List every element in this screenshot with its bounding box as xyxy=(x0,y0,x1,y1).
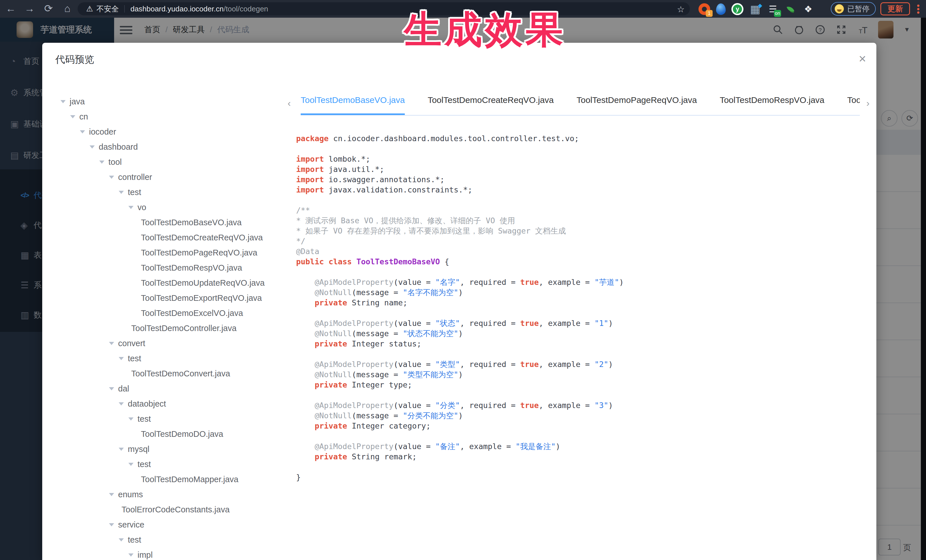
code-token-str: "分类" xyxy=(435,401,460,410)
tree-folder[interactable]: java xyxy=(42,94,285,109)
code-token-pl xyxy=(296,421,315,430)
tree-folder[interactable]: test xyxy=(42,185,285,200)
tree-folder[interactable]: test xyxy=(42,411,285,427)
code-token-pl: (message = xyxy=(352,288,403,297)
tree-folder[interactable]: dataobject xyxy=(42,396,285,411)
tree-folder[interactable]: test xyxy=(42,457,285,472)
code-token-pl: (value = xyxy=(393,360,435,369)
extension-badge: 1 xyxy=(706,10,713,17)
tab-ToolTe[interactable]: ToolTe xyxy=(847,91,860,115)
tree-file[interactable]: ToolTestDemoPageReqVO.java xyxy=(42,245,285,260)
code-line: */ xyxy=(296,236,868,246)
drop-extension-icon[interactable] xyxy=(716,3,726,15)
tree-file[interactable]: ToolTestDemoController.java xyxy=(42,321,285,336)
tree-folder[interactable]: test xyxy=(42,532,285,548)
tree-folder[interactable]: mysql xyxy=(42,442,285,457)
code-token-str: "名字不能为空" xyxy=(403,288,458,297)
list-extension-icon[interactable]: ☰on xyxy=(767,3,779,15)
tab-scroll-right-icon[interactable]: › xyxy=(866,98,870,109)
file-tree: javacniocoderdashboardtoolcontrollertest… xyxy=(42,94,285,560)
tab-ToolTestDemoCreateReqVO.java[interactable]: ToolTestDemoCreateReqVO.java xyxy=(428,91,554,115)
tree-node-label: ToolTestDemoExportReqVO.java xyxy=(141,293,262,303)
code-token-pl: ) xyxy=(458,288,463,297)
code-token-pl: ) xyxy=(556,442,560,451)
tree-file[interactable]: ToolTestDemoCreateReqVO.java xyxy=(42,230,285,245)
tree-folder[interactable]: vo xyxy=(42,200,285,215)
browser-home-button[interactable]: ⌂ xyxy=(59,0,75,18)
tree-file[interactable]: ToolTestDemoMapper.java xyxy=(42,472,285,487)
tree-folder[interactable]: dashboard xyxy=(42,139,285,154)
code-line: @NotNull(message = "状态不能为空") xyxy=(296,329,868,339)
code-token-cmt: /** xyxy=(296,206,310,215)
puzzle-extension-icon[interactable]: ❖ xyxy=(802,3,814,15)
code-token-pl: java.util.*; xyxy=(324,165,384,174)
code-token-str: "我是备注" xyxy=(516,442,556,451)
ubuntu-extension-icon[interactable]: 1 xyxy=(698,3,710,15)
tree-node-label: cn xyxy=(79,112,88,121)
tab-ToolTestDemoPageReqVO.java[interactable]: ToolTestDemoPageReqVO.java xyxy=(576,91,697,115)
tree-folder[interactable]: dal xyxy=(42,381,285,396)
paused-extension-pill[interactable]: 已暂停 xyxy=(831,2,876,16)
code-token-str: "2" xyxy=(595,360,608,369)
code-token-ann: @ApiModelProperty xyxy=(315,319,393,328)
tree-file[interactable]: ToolTestDemoRespVO.java xyxy=(42,260,285,275)
code-token-ann: @ApiModelProperty xyxy=(315,278,393,287)
tree-file[interactable]: ToolTestDemoExportReqVO.java xyxy=(42,291,285,306)
tree-folder[interactable]: tool xyxy=(42,154,285,170)
tree-folder[interactable]: cn xyxy=(42,109,285,124)
code-token-kw: public class xyxy=(296,257,352,266)
code-viewer[interactable]: package cn.iocoder.dashboard.modules.too… xyxy=(296,133,868,560)
browser-update-button[interactable]: 更新 xyxy=(881,2,910,15)
code-token-pl: (message = xyxy=(352,411,403,420)
caret-down-icon xyxy=(119,538,124,542)
code-token-kw: true xyxy=(520,360,539,369)
tree-folder[interactable]: service xyxy=(42,517,285,532)
tree-node-label: ToolTestDemoController.java xyxy=(131,324,236,333)
browser-reload-button[interactable]: ⟳ xyxy=(41,0,56,18)
code-token-kw: package xyxy=(296,134,328,143)
tree-folder[interactable]: controller xyxy=(42,170,285,185)
tree-node-label: ToolTestDemoUpdateReqVO.java xyxy=(141,278,265,288)
code-token-ann: @ApiModelProperty xyxy=(315,401,393,410)
tree-folder[interactable]: enums xyxy=(42,487,285,502)
tree-folder[interactable]: iocoder xyxy=(42,124,285,139)
extensions-tray: 1y▦◆☰on❖ xyxy=(698,3,814,15)
url-path: /tool/codegen xyxy=(224,5,268,14)
code-token-kw: import xyxy=(296,175,324,184)
tab-ToolTestDemoBaseVO.java[interactable]: ToolTestDemoBaseVO.java xyxy=(301,91,405,115)
code-token-pl: (message = xyxy=(352,370,403,379)
code-token-pl: (value = xyxy=(393,442,435,451)
bookmark-star-icon[interactable]: ☆ xyxy=(677,4,685,14)
browser-forward-button[interactable]: → xyxy=(22,0,38,18)
annotation-text: 生成效果 xyxy=(382,5,588,55)
code-token-pl xyxy=(296,442,315,451)
code-token-str: "类型" xyxy=(435,360,460,369)
tree-folder[interactable]: test xyxy=(42,351,285,366)
tree-file[interactable]: ToolTestDemoExcelVO.java xyxy=(42,306,285,321)
tree-file[interactable]: ToolTestDemoUpdateReqVO.java xyxy=(42,275,285,291)
tree-file[interactable]: ToolTestDemoBaseVO.java xyxy=(42,215,285,230)
code-token-ann: @NotNull xyxy=(315,370,352,379)
tab-ToolTestDemoRespVO.java[interactable]: ToolTestDemoRespVO.java xyxy=(720,91,825,115)
grid-extension-icon[interactable]: ▦◆ xyxy=(749,3,761,15)
caret-down-icon xyxy=(99,160,104,164)
tree-file[interactable]: ToolTestDemoConvert.java xyxy=(42,366,285,381)
tree-node-label: convert xyxy=(118,339,145,348)
close-icon[interactable]: × xyxy=(859,53,866,65)
code-token-kw: private xyxy=(315,380,347,389)
green-y-extension-icon[interactable]: y xyxy=(731,3,743,15)
sprout-extension-icon[interactable] xyxy=(784,3,796,15)
security-label[interactable]: 不安全 xyxy=(97,4,119,14)
tab-scroll-left-icon[interactable]: ‹ xyxy=(287,98,291,109)
tree-file[interactable]: ToolErrorCodeConstants.java xyxy=(42,502,285,517)
tree-folder[interactable]: impl xyxy=(42,548,285,560)
code-token-str: "状态" xyxy=(435,319,460,328)
code-token-pl: , example = xyxy=(539,278,595,287)
browser-back-button[interactable]: ← xyxy=(3,0,19,18)
tree-folder[interactable]: convert xyxy=(42,336,285,351)
tree-file[interactable]: ToolTestDemoDO.java xyxy=(42,427,285,442)
browser-menu-icon[interactable] xyxy=(917,3,920,15)
code-token-cmt: * 如果子 VO 存在差异的字段，请不要添加到这里，影响 Swagger 文档生… xyxy=(296,226,566,235)
tree-node-label: test xyxy=(138,460,151,469)
code-token-pl: javax.validation.constraints.*; xyxy=(324,185,472,194)
